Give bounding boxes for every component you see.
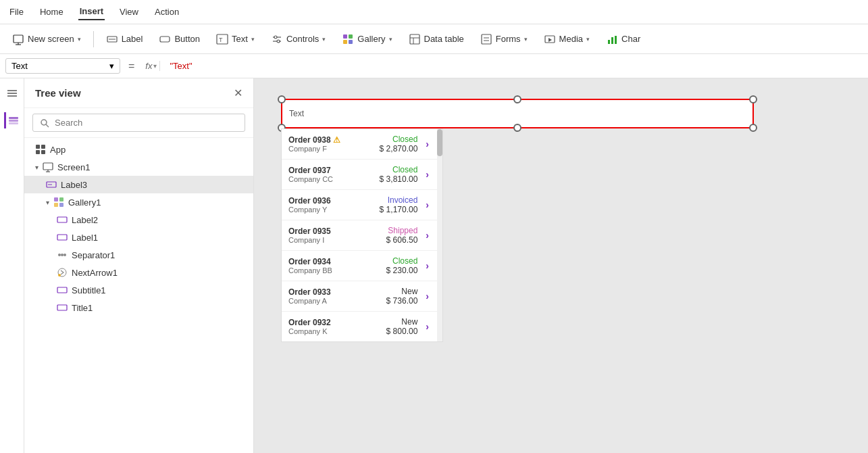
formula-dropdown-chevron: ▾ xyxy=(109,61,114,71)
screen1-collapse-arrow[interactable]: ▾ xyxy=(35,164,39,171)
label-button[interactable]: Label xyxy=(99,30,150,49)
order-number: Order 0933 xyxy=(288,287,382,297)
sidebar-item-label1[interactable]: Label1 xyxy=(24,229,253,246)
sidebar-item-screen1[interactable]: ▾ Screen1 xyxy=(24,158,253,176)
order-status: New xyxy=(386,317,418,327)
sidebar-item-subtitle1[interactable]: Subtitle1 xyxy=(24,281,253,299)
button-button[interactable]: Button xyxy=(152,30,207,49)
svg-rect-48 xyxy=(57,235,67,240)
sidebar-screen1-label: Screen1 xyxy=(57,162,90,172)
svg-point-53 xyxy=(58,274,61,277)
company-name: Company BB xyxy=(288,266,382,275)
chart-icon xyxy=(606,33,618,45)
sidebar-item-label3[interactable]: Label3 xyxy=(24,176,253,193)
gallery-item[interactable]: Order 0935 Company I Shipped $ 606.50 › xyxy=(282,220,442,251)
sidebar-subtitle1-label: Subtitle1 xyxy=(72,285,106,295)
order-status-amount: New $ 800.00 xyxy=(386,317,418,336)
gallery-item-arrow[interactable]: › xyxy=(426,169,429,180)
gallery-item[interactable]: Order 0932 Company K New $ 800.00 › xyxy=(282,312,442,341)
order-amount: $ 3,810.00 xyxy=(380,174,418,184)
order-status: Closed xyxy=(386,256,418,266)
search-input[interactable] xyxy=(55,118,238,128)
svg-rect-35 xyxy=(41,145,45,149)
company-name: Company I xyxy=(288,236,382,244)
gallery-item-arrow[interactable]: › xyxy=(426,321,429,332)
formula-dropdown-value: Text xyxy=(11,61,28,71)
svg-text:T: T xyxy=(219,37,223,43)
layers-icon[interactable] xyxy=(4,112,20,128)
handle-top-right[interactable] xyxy=(749,95,757,103)
gallery-item-arrow[interactable]: › xyxy=(426,199,429,210)
formula-dropdown[interactable]: Text ▾ xyxy=(5,58,120,74)
sidebar-close-button[interactable]: ✕ xyxy=(234,87,242,99)
handle-bottom-mid[interactable] xyxy=(513,124,521,132)
menu-view[interactable]: View xyxy=(118,4,140,20)
gallery1-collapse-arrow[interactable]: ▾ xyxy=(46,199,49,206)
formula-value: "Text" xyxy=(164,61,197,71)
handle-top-mid[interactable] xyxy=(513,95,521,103)
handle-bottom-right[interactable] xyxy=(749,124,757,132)
controls-button[interactable]: Controls ▾ xyxy=(264,30,332,49)
sidebar-title1-label: Title1 xyxy=(72,303,93,313)
svg-point-51 xyxy=(63,254,66,256)
gallery-item[interactable]: Order 0938 ⚠ Company F Closed $ 2,870.00… xyxy=(282,129,442,160)
text-label-container[interactable]: Text xyxy=(281,99,754,128)
data-table-button[interactable]: Data table xyxy=(402,30,471,49)
warning-icon: ⚠ xyxy=(333,135,340,145)
order-status-amount: Closed $ 230.00 xyxy=(386,256,418,275)
gallery-item-arrow[interactable]: › xyxy=(426,260,429,271)
scrollbar-track[interactable] xyxy=(437,129,442,341)
sidebar-item-nextarrow1[interactable]: NextArrow1 xyxy=(24,264,253,281)
chart-button[interactable]: Char xyxy=(599,30,647,49)
handle-top-left[interactable] xyxy=(278,95,286,103)
svg-point-49 xyxy=(58,254,61,256)
hamburger-menu-icon[interactable] xyxy=(4,85,20,101)
gallery-item-arrow[interactable]: › xyxy=(426,139,429,149)
gallery-item[interactable]: Order 0937 Company CC Closed $ 3,810.00 … xyxy=(282,160,442,190)
svg-rect-54 xyxy=(57,287,67,293)
sidebar-label3-label: Label3 xyxy=(61,180,87,190)
order-amount: $ 606.50 xyxy=(386,235,418,245)
sidebar-item-separator1[interactable]: Separator1 xyxy=(24,246,253,264)
sidebar-gallery1-label: Gallery1 xyxy=(68,197,101,208)
main-area: Tree view ✕ App xyxy=(0,78,868,453)
sidebar-label1-label: Label1 xyxy=(72,233,98,243)
gallery-item[interactable]: Order 0934 Company BB Closed $ 230.00 › xyxy=(282,251,442,281)
gallery-item[interactable]: Order 0936 Company Y Invoiced $ 1,170.00… xyxy=(282,190,442,220)
svg-rect-47 xyxy=(57,217,67,222)
menu-action[interactable]: Action xyxy=(153,4,180,20)
svg-point-32 xyxy=(41,120,47,125)
gallery-item-arrow[interactable]: › xyxy=(426,230,429,241)
order-status: Invoiced xyxy=(380,195,418,205)
sidebar: Tree view ✕ App xyxy=(24,78,254,453)
svg-rect-14 xyxy=(343,40,347,44)
order-number: Order 0935 xyxy=(288,226,382,236)
sidebar-item-title1[interactable]: Title1 xyxy=(24,299,253,316)
company-name: Company F xyxy=(288,145,376,153)
text-button[interactable]: T Text ▾ xyxy=(209,30,261,49)
gallery-button[interactable]: Gallery ▾ xyxy=(335,30,399,49)
menu-insert[interactable]: Insert xyxy=(78,3,105,20)
toolbar: New screen ▾ Label Button T Text ▾ Contr… xyxy=(0,24,868,54)
gallery-item[interactable]: Order 0933 Company A New $ 736.00 › xyxy=(282,281,442,312)
gallery-item-arrow[interactable]: › xyxy=(426,291,429,302)
order-number: Order 0937 xyxy=(288,166,376,175)
menu-file[interactable]: File xyxy=(8,4,25,20)
sidebar-item-app[interactable]: App xyxy=(24,141,253,158)
label2-icon xyxy=(57,214,68,225)
formula-fx-label[interactable]: fx ▾ xyxy=(143,61,160,71)
sidebar-item-gallery1[interactable]: ▾ Gallery1 xyxy=(24,193,253,211)
forms-button[interactable]: Forms ▾ xyxy=(474,30,534,49)
screen-icon xyxy=(43,162,53,172)
sidebar-item-label2[interactable]: Label2 xyxy=(24,211,253,229)
new-screen-button[interactable]: New screen ▾ xyxy=(5,30,88,49)
sidebar-title: Tree view xyxy=(35,87,81,99)
scrollbar-thumb[interactable] xyxy=(437,129,442,156)
svg-rect-44 xyxy=(59,197,63,201)
menu-home[interactable]: Home xyxy=(39,4,65,20)
menu-bar: File Home Insert View Action xyxy=(0,0,868,24)
svg-rect-29 xyxy=(9,117,18,119)
search-box[interactable] xyxy=(32,114,245,132)
order-info: Order 0935 Company I xyxy=(288,226,382,244)
media-button[interactable]: Media ▾ xyxy=(537,30,596,49)
